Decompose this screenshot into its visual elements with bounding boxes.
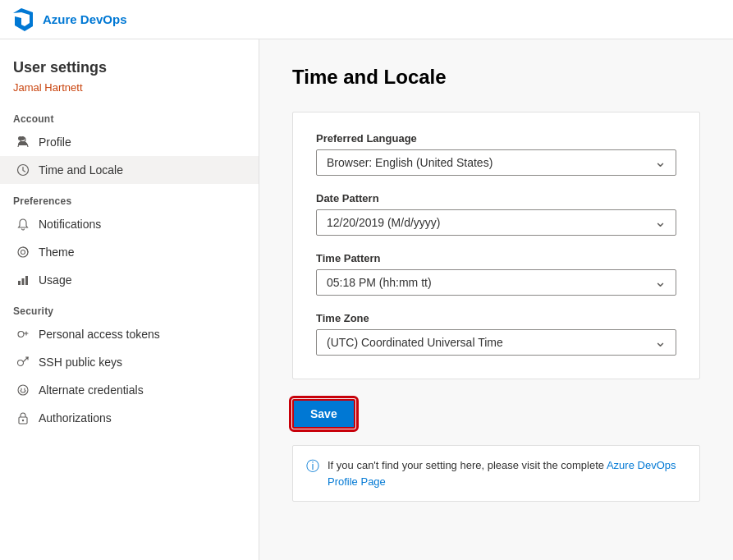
sidebar-item-theme-label: Theme	[39, 246, 75, 259]
sidebar-item-ssh-public-keys[interactable]: SSH public keys	[0, 348, 259, 376]
time-zone-field: Time Zone (UTC) Coordinated Universal Ti…	[316, 312, 676, 356]
sidebar-item-authorizations-label: Authorizations	[39, 411, 112, 425]
sidebar-section-preferences: Preferences	[0, 184, 259, 210]
time-zone-select-wrapper: (UTC) Coordinated Universal Time (UTC-05…	[316, 329, 676, 356]
info-text: If you can't find your setting here, ple…	[328, 457, 686, 489]
svg-point-10	[18, 332, 24, 337]
time-zone-label: Time Zone	[316, 312, 676, 324]
clock-icon	[16, 163, 30, 177]
main-content: Time and Locale Preferred Language Brows…	[259, 39, 733, 560]
date-pattern-label: Date Pattern	[316, 192, 676, 204]
sidebar-section-security: Security	[0, 294, 259, 320]
sidebar-section-account: Account	[0, 102, 259, 128]
credentials-icon	[16, 383, 30, 397]
sidebar-item-profile[interactable]: Profile	[0, 128, 259, 156]
info-box: ⓘ If you can't find your setting here, p…	[292, 445, 700, 502]
sidebar-item-time-locale-label: Time and Locale	[39, 163, 123, 177]
svg-point-11	[18, 360, 24, 366]
sidebar-user[interactable]: Jamal Hartnett	[0, 80, 259, 102]
sidebar-item-time-locale[interactable]: Time and Locale	[0, 156, 259, 184]
azure-devops-logo-icon	[13, 8, 36, 31]
time-pattern-field: Time Pattern 05:18 PM (hh:mm tt) 17:18 (…	[316, 252, 676, 296]
svg-point-6	[21, 250, 25, 255]
sidebar-item-authorizations[interactable]: Authorizations	[0, 404, 259, 432]
svg-point-12	[18, 385, 28, 395]
time-pattern-select-wrapper: 05:18 PM (hh:mm tt) 17:18 (HH:mm)	[316, 269, 676, 296]
sidebar-item-notifications[interactable]: Notifications	[0, 210, 259, 238]
sidebar-header: User settings	[0, 53, 259, 80]
lock-icon	[16, 411, 30, 425]
sidebar: User settings Jamal Hartnett Account Pro…	[0, 39, 259, 560]
date-pattern-select-wrapper: 12/20/2019 (M/d/yyyy) 20/12/2019 (d/M/yy…	[316, 209, 676, 236]
sidebar-heading: User settings	[13, 59, 245, 76]
preferred-language-select-wrapper: Browser: English (United States) English…	[316, 149, 676, 176]
time-pattern-select[interactable]: 05:18 PM (hh:mm tt) 17:18 (HH:mm)	[316, 269, 676, 296]
page-title: Time and Locale	[292, 66, 700, 89]
date-pattern-field: Date Pattern 12/20/2019 (M/d/yyyy) 20/12…	[316, 192, 676, 236]
time-zone-select[interactable]: (UTC) Coordinated Universal Time (UTC-05…	[316, 329, 676, 356]
sidebar-item-personal-access-tokens-label: Personal access tokens	[39, 328, 160, 341]
topbar-logo[interactable]: Azure DevOps	[13, 8, 127, 31]
theme-icon	[16, 245, 30, 259]
sidebar-item-usage-label: Usage	[39, 273, 71, 287]
bell-icon	[16, 217, 30, 232]
sidebar-item-usage[interactable]: Usage	[0, 266, 259, 294]
token-icon	[16, 327, 30, 342]
preferred-language-field: Preferred Language Browser: English (Uni…	[316, 132, 676, 176]
topbar: Azure DevOps	[0, 0, 733, 39]
svg-point-14	[22, 420, 24, 421]
layout: User settings Jamal Hartnett Account Pro…	[0, 39, 733, 560]
preferred-language-label: Preferred Language	[316, 132, 676, 145]
sidebar-item-notifications-label: Notifications	[39, 218, 101, 231]
sidebar-item-personal-access-tokens[interactable]: Personal access tokens	[0, 320, 259, 348]
sidebar-item-ssh-public-keys-label: SSH public keys	[39, 356, 122, 369]
sidebar-item-alternate-credentials[interactable]: Alternate credentials	[0, 376, 259, 404]
topbar-title: Azure DevOps	[43, 12, 127, 26]
sidebar-item-profile-label: Profile	[39, 135, 71, 149]
svg-rect-8	[22, 278, 25, 285]
svg-marker-0	[13, 8, 33, 31]
sidebar-item-alternate-credentials-label: Alternate credentials	[39, 383, 144, 397]
form-section: Preferred Language Browser: English (Uni…	[292, 112, 700, 379]
time-pattern-label: Time Pattern	[316, 252, 676, 264]
save-button-wrapper: Save	[292, 399, 700, 429]
chart-icon	[16, 273, 30, 287]
person-icon	[16, 135, 30, 149]
key-icon	[16, 355, 30, 370]
svg-rect-7	[18, 281, 21, 285]
save-button[interactable]: Save	[292, 399, 355, 429]
preferred-language-select[interactable]: Browser: English (United States) English…	[316, 149, 676, 176]
date-pattern-select[interactable]: 12/20/2019 (M/d/yyyy) 20/12/2019 (d/M/yy…	[316, 209, 676, 236]
info-text-before-link: If you can't find your setting here, ple…	[328, 459, 607, 471]
sidebar-item-theme[interactable]: Theme	[0, 238, 259, 266]
info-icon: ⓘ	[306, 458, 319, 475]
svg-rect-9	[25, 276, 28, 285]
